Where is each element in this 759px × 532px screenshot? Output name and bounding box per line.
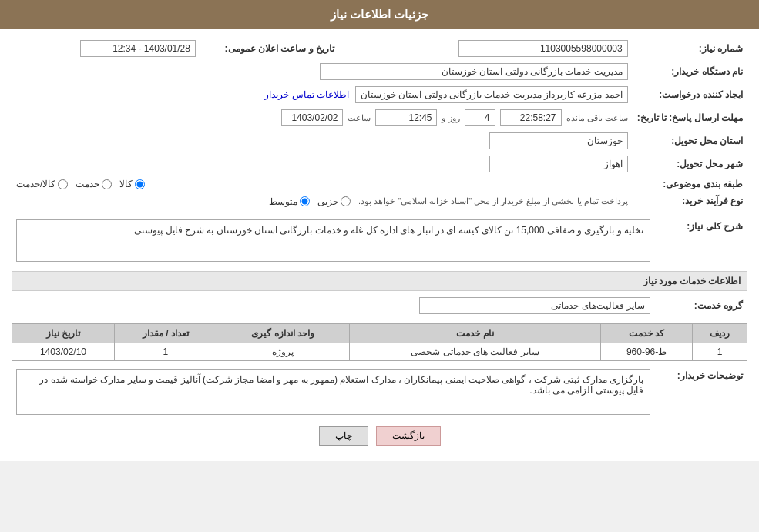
cell-name: سایر فعالیت های خدماتی شخصی <box>349 343 600 360</box>
purchase-type-note: پرداخت تمام یا بخشی از مبلغ خریدار از مح… <box>358 196 628 206</box>
services-section-label: اطلاعات خدمات مورد نیاز <box>12 271 747 291</box>
service-group-label: گروه خدمت: <box>655 294 747 317</box>
col-header-row: ردیف <box>693 323 747 343</box>
deadline-time-label: ساعت <box>348 113 371 123</box>
services-table: ردیف کد خدمت نام خدمت واحد اندازه گیری ت… <box>12 323 747 361</box>
purchase-type-radio-group: متوسط جزیی <box>269 196 351 207</box>
radio-jozii-label: جزیی <box>317 196 338 207</box>
col-header-code: کد خدمت <box>601 323 693 343</box>
buyer-notes-label: توضیحات خریدار: <box>655 366 747 418</box>
deadline-remaining: 22:58:27 <box>500 109 562 126</box>
service-group-value: سایر فعالیت‌های خدماتی <box>419 297 650 314</box>
deadline-date: 1403/02/02 <box>281 109 343 126</box>
province-value: خوزستان <box>489 132 628 149</box>
contact-link[interactable]: اطلاعات تماس خریدار <box>264 89 349 100</box>
buttons-row: بازگشت چاپ <box>12 426 747 446</box>
buyer-org-value: مدیریت خدمات بازرگانی دولتی استان خوزستا… <box>320 63 628 80</box>
category-label: طبقه بندی موضوعی: <box>633 176 747 192</box>
deadline-remaining-label: ساعت باقی مانده <box>566 113 628 123</box>
radio-motavasset-input[interactable] <box>300 196 310 206</box>
need-desc-label: شرح کلی نیاز: <box>655 216 747 265</box>
announce-value: 1403/01/28 - 12:34 <box>80 40 196 57</box>
radio-khedmat-label: خدمت <box>76 179 99 189</box>
radio-jozii[interactable]: جزیی <box>317 196 351 207</box>
cell-qty: 1 <box>114 343 217 360</box>
need-desc-value: تخلیه و بارگیری و صفافی 15,000 تن کالای … <box>16 219 650 262</box>
col-header-unit: واحد اندازه گیری <box>217 323 349 343</box>
city-label: شهر محل تحویل: <box>633 152 747 176</box>
category-radio-group: کالا/خدمت خدمت کالا <box>16 179 628 189</box>
radio-kala-khedmat[interactable]: کالا/خدمت <box>16 179 68 189</box>
radio-kala[interactable]: کالا <box>119 179 145 189</box>
announce-label: تاریخ و ساعت اعلان عمومی: <box>200 37 339 60</box>
deadline-label: مهلت ارسال پاسخ: تا تاریخ: <box>633 106 747 129</box>
radio-kala-label: کالا <box>119 179 133 189</box>
radio-motavasset[interactable]: متوسط <box>269 196 310 207</box>
radio-kala-khedmat-label: کالا/خدمت <box>16 179 55 189</box>
col-header-qty: تعداد / مقدار <box>114 323 217 343</box>
city-value: اهواز <box>489 156 628 172</box>
col-header-date: تاریخ نیاز <box>12 323 115 343</box>
radio-khedmat[interactable]: خدمت <box>76 179 112 189</box>
buyer-notes-value: بارگزاری مدارک ثبتی شرکت ، گواهی صلاحیت … <box>16 369 650 415</box>
creator-value: احمد مزرعه کاربرداز مدیریت خدمات بازرگان… <box>355 86 628 103</box>
radio-khedmat-input[interactable] <box>102 179 112 189</box>
need-number-value: 1103005598000003 <box>458 40 628 57</box>
table-row: 1 ط-96-960 سایر فعالیت های خدماتی شخصی پ… <box>12 343 747 360</box>
creator-label: ایجاد کننده درخواست: <box>633 83 747 106</box>
col-header-name: نام خدمت <box>349 323 600 343</box>
page-title: جزئیات اطلاعات نیاز <box>0 0 759 29</box>
radio-jozii-input[interactable] <box>341 196 351 206</box>
radio-motavasset-label: متوسط <box>269 196 297 207</box>
purchase-type-label: نوع فرآیند خرید: <box>633 192 747 210</box>
need-number-label: شماره نیاز: <box>633 37 747 60</box>
print-button[interactable]: چاپ <box>319 426 368 446</box>
province-label: استان محل تحویل: <box>633 129 747 152</box>
deadline-time: 12:45 <box>375 109 437 126</box>
deadline-days: 4 <box>465 109 495 126</box>
radio-kala-input[interactable] <box>135 179 145 189</box>
cell-unit: پروژه <box>217 343 349 360</box>
cell-date: 1403/02/10 <box>12 343 115 360</box>
radio-kala-khedmat-input[interactable] <box>58 179 68 189</box>
back-button[interactable]: بازگشت <box>376 426 441 446</box>
cell-code: ط-96-960 <box>601 343 693 360</box>
cell-row: 1 <box>693 343 747 360</box>
buyer-org-label: نام دستگاه خریدار: <box>633 60 747 83</box>
deadline-days-label: روز و <box>442 113 459 123</box>
